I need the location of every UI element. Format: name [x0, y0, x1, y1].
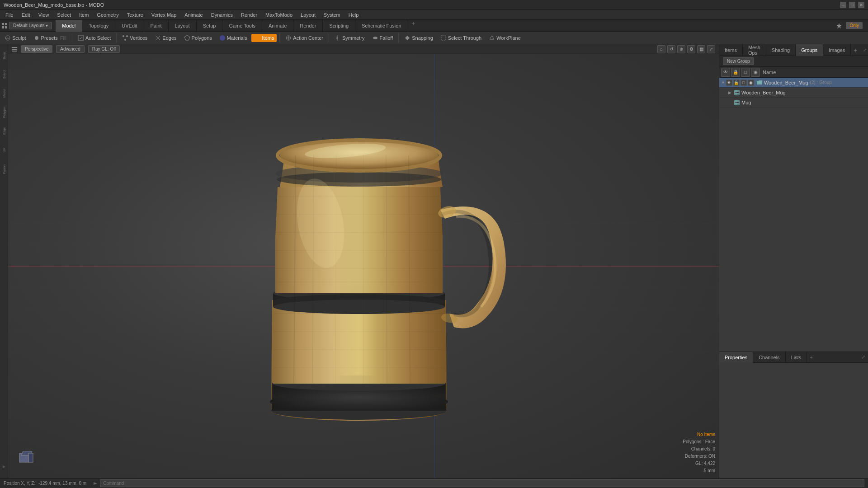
groups-eye-button[interactable]: 👁: [721, 68, 730, 77]
viewport-menu-icon[interactable]: [12, 47, 17, 52]
tab-scripting[interactable]: Scripting: [323, 20, 355, 32]
menu-render[interactable]: Render: [237, 11, 261, 19]
menu-texture[interactable]: Texture: [123, 11, 147, 19]
group-row-mug[interactable]: ▶ Mug: [719, 98, 868, 108]
sidebar-edge[interactable]: Edge: [0, 122, 8, 140]
group-box-icon[interactable]: □: [741, 80, 747, 86]
autoselect-tool[interactable]: Auto Select: [75, 34, 113, 42]
presets-tool[interactable]: Presets Fill: [31, 34, 69, 42]
menu-help[interactable]: Help: [345, 11, 363, 19]
minimize-button[interactable]: ─: [840, 2, 846, 8]
tab-render[interactable]: Render: [293, 20, 323, 32]
tab-animate[interactable]: Animate: [262, 20, 293, 32]
sculpt-tool[interactable]: Sculpt: [2, 34, 29, 42]
tab-gametools[interactable]: Game Tools: [222, 20, 262, 32]
viewport-settings-button[interactable]: ⚙: [687, 45, 695, 53]
group-eye-icon[interactable]: 👁: [726, 80, 732, 86]
polygons-tool[interactable]: Polygons: [181, 34, 215, 42]
edges-tool[interactable]: Edges: [152, 34, 179, 42]
viewport-canvas[interactable]: No Items Polygons : Face Channels: 0 Def…: [8, 54, 719, 478]
viewport-area: Perspective Advanced Ray GL: Off ⌂ ↺ ⊕ ⚙…: [8, 44, 719, 478]
menu-dynamics[interactable]: Dynamics: [208, 11, 236, 19]
viewport-expand-button[interactable]: ⤢: [707, 45, 715, 53]
items-tool[interactable]: Items: [251, 34, 277, 42]
bpanel-add-button[interactable]: +: [807, 355, 815, 360]
viewport-home-button[interactable]: ⌂: [657, 45, 665, 53]
groups-render-button[interactable]: ◉: [751, 68, 760, 77]
workplane-tool[interactable]: WorkPlane: [486, 34, 524, 42]
channels-info: Channels: 0: [683, 446, 715, 453]
group-name-mesh1: Wooden_Beer_Mug: [741, 90, 786, 95]
close-button[interactable]: ✕: [858, 2, 864, 8]
sidebar-fusion[interactable]: Fusion: [0, 160, 8, 178]
menu-item[interactable]: Item: [75, 11, 92, 19]
bpanel-tab-properties[interactable]: Properties: [719, 352, 753, 363]
menu-animate[interactable]: Animate: [181, 11, 206, 19]
svg-rect-23: [12, 47, 17, 48]
snapping-tool[interactable]: Snapping: [401, 34, 436, 42]
rpanel-expand[interactable]: ⤢: [860, 47, 868, 52]
tab-paint[interactable]: Paint: [144, 20, 169, 32]
sidebar-basic[interactable]: Basic: [0, 46, 8, 64]
svg-rect-2: [2, 26, 4, 28]
menu-select[interactable]: Select: [53, 11, 75, 19]
rpanel-tab-items[interactable]: Items: [719, 44, 743, 56]
tab-model[interactable]: Model: [56, 20, 82, 32]
menu-geometry[interactable]: Geometry: [93, 11, 122, 19]
viewport-layout-button[interactable]: ▦: [697, 45, 705, 53]
rpanel-tab-images[interactable]: Images: [823, 44, 851, 56]
falloff-tool[interactable]: Falloff: [369, 34, 396, 42]
symmetry-tool[interactable]: Symmetry: [332, 34, 368, 42]
menu-system[interactable]: System: [320, 11, 344, 19]
group-row-wooden-beer-mug[interactable]: ▼ 👁 🔒 □ ◉ Wooden_Beer_Mug (2) : Group: [719, 78, 868, 88]
raygl-button[interactable]: Ray GL: Off: [88, 45, 120, 53]
group-row-wooden-beer-mug-mesh[interactable]: ▶ Wooden_Beer_Mug: [719, 88, 868, 98]
viewport-zoom-button[interactable]: ⊕: [677, 45, 685, 53]
viewport-rotate-button[interactable]: ↺: [667, 45, 675, 53]
rpanel-tab-add[interactable]: +: [851, 47, 860, 54]
tab-setup[interactable]: Setup: [197, 20, 223, 32]
new-group-button[interactable]: New Group: [723, 57, 754, 65]
sidebar-select[interactable]: Select: [0, 65, 8, 83]
layout-dropdown[interactable]: Default Layouts ▾: [9, 22, 52, 29]
tab-uvedit[interactable]: UVEdit: [115, 20, 144, 32]
menu-layout[interactable]: Layout: [297, 11, 319, 19]
restore-button[interactable]: □: [849, 2, 855, 8]
tab-layout[interactable]: Layout: [169, 20, 197, 32]
groups-hide-button[interactable]: □: [741, 68, 750, 77]
rpanel-tab-meshops[interactable]: Mesh Ops: [743, 44, 766, 56]
menu-maxtomodo[interactable]: MaxToModo: [262, 11, 296, 19]
rpanel-tab-groups[interactable]: Groups: [796, 44, 823, 56]
tab-add-button[interactable]: +: [408, 20, 419, 32]
bpanel-expand-button[interactable]: ⤢: [859, 354, 868, 360]
menu-file[interactable]: File: [2, 11, 17, 19]
command-input[interactable]: [100, 479, 864, 487]
bpanel-tab-channels[interactable]: Channels: [753, 352, 785, 363]
perspective-button[interactable]: Perspective: [21, 45, 52, 53]
left-sidebar: Basic Select Model Polygon Edge UV Fusio…: [0, 44, 8, 478]
group-mesh-icon: [734, 90, 740, 95]
viewport-header: Perspective Advanced Ray GL: Off ⌂ ↺ ⊕ ⚙…: [8, 44, 719, 54]
tab-schematic[interactable]: Schematic Fusion: [355, 20, 408, 32]
advanced-button[interactable]: Advanced: [56, 45, 84, 53]
vertices-tool[interactable]: Vertices: [119, 34, 150, 42]
group-lock-icon[interactable]: 🔒: [733, 80, 740, 86]
menu-vertexmap[interactable]: Vertex Map: [148, 11, 180, 19]
tab-topology[interactable]: Topology: [82, 20, 115, 32]
group-render-icon[interactable]: ◉: [748, 80, 754, 86]
materials-tool[interactable]: Materials: [217, 34, 250, 42]
groups-lock-button[interactable]: 🔒: [731, 68, 740, 77]
separator-1: [72, 33, 72, 42]
menu-edit[interactable]: Edit: [18, 11, 34, 19]
rpanel-tab-shading[interactable]: Shading: [766, 44, 796, 56]
actioncenter-label: Action Center: [293, 35, 323, 41]
sidebar-uv[interactable]: UV: [0, 141, 8, 159]
bpanel-tab-lists[interactable]: Lists: [786, 352, 807, 363]
menu-view[interactable]: View: [35, 11, 53, 19]
selectthrough-tool[interactable]: Select Through: [438, 34, 484, 42]
only-button[interactable]: Only: [846, 22, 863, 29]
actioncenter-tool[interactable]: Action Center: [283, 34, 326, 42]
sidebar-model[interactable]: Model: [0, 84, 8, 102]
sidebar-expand[interactable]: ◀: [0, 458, 8, 476]
sidebar-polygon[interactable]: Polygon: [0, 103, 8, 121]
